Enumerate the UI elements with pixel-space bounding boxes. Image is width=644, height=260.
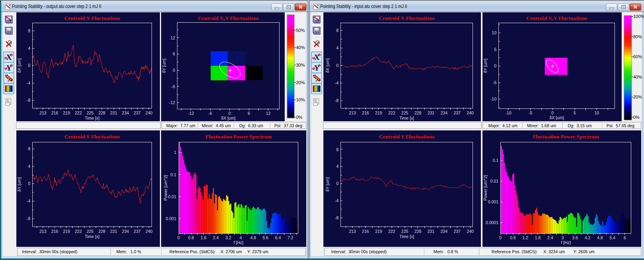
svg-text:0: 0 <box>28 63 30 68</box>
svg-text:δX [um]: δX [um] <box>549 115 564 120</box>
svg-text:216: 216 <box>51 110 58 115</box>
svg-text:Minor: 1.68 um: Minor: 1.68 um <box>527 123 556 128</box>
svg-text:Dg: 3.15 um: Dg: 3.15 um <box>568 123 592 128</box>
svg-text:Minor: 4.45 um: Minor: 4.45 um <box>202 123 231 128</box>
svg-text:228: 228 <box>98 229 106 234</box>
svg-text:5.4: 5.4 <box>609 235 615 240</box>
svg-text:231: 231 <box>110 229 117 234</box>
svg-text:0.0001: 0.0001 <box>486 220 498 225</box>
svg-text:Pointing Stability - output al: Pointing Stability - output alu cover st… <box>12 4 101 9</box>
svg-text:Dg: 6.33 um: Dg: 6.33 um <box>239 123 263 128</box>
svg-text:0.1: 0.1 <box>492 158 498 163</box>
svg-text:219: 219 <box>375 229 382 234</box>
svg-text:2.4: 2.4 <box>547 235 553 240</box>
svg-text:0: 0 <box>228 111 231 116</box>
svg-text:12: 12 <box>266 111 271 116</box>
svg-text:222: 222 <box>75 110 82 115</box>
svg-text:10: 10 <box>595 110 599 115</box>
svg-text:3.6: 3.6 <box>572 235 578 240</box>
svg-text:5.6: 5.6 <box>262 235 268 240</box>
svg-text:0.01: 0.01 <box>490 179 499 183</box>
svg-text:222: 222 <box>388 110 396 115</box>
svg-text:δX [um]: δX [um] <box>221 116 235 120</box>
svg-text:Time [s]: Time [s] <box>85 234 100 239</box>
svg-text:50%: 50% <box>296 28 305 33</box>
svg-text:8: 8 <box>28 28 30 33</box>
svg-text:-5: -5 <box>529 110 532 115</box>
svg-text:0.01: 0.01 <box>168 194 177 199</box>
svg-text:X: X <box>6 53 12 61</box>
svg-text:0.6: 0.6 <box>510 235 516 240</box>
svg-text:0: 0 <box>499 235 502 240</box>
svg-text:213: 213 <box>349 110 356 115</box>
svg-text:Centroid X,Y Fluctuations: Centroid X,Y Fluctuations <box>526 15 587 21</box>
svg-text:Y: 2605 um: Y: 2605 um <box>573 249 595 254</box>
svg-text:237: 237 <box>134 110 141 115</box>
svg-text:Power [um^2]: Power [um^2] <box>163 175 168 201</box>
svg-text:X: 2706 um: X: 2706 um <box>221 249 242 254</box>
svg-text:0: 0 <box>551 110 554 115</box>
svg-text:-5: -5 <box>493 80 496 85</box>
svg-text:Centroid X,Y Fluctuations: Centroid X,Y Fluctuations <box>198 15 259 21</box>
svg-text:8: 8 <box>336 147 339 152</box>
svg-text:Interval: 30min 00s (stopped): Interval: 30min 00s (stopped) <box>22 249 77 254</box>
svg-text:234: 234 <box>441 110 448 115</box>
svg-text:0: 0 <box>494 63 496 68</box>
svg-text:4: 4 <box>336 164 339 169</box>
svg-text:0%: 0% <box>296 115 303 120</box>
svg-text:216: 216 <box>362 229 369 234</box>
svg-text:0.1: 0.1 <box>170 172 176 177</box>
svg-text:225: 225 <box>87 110 94 115</box>
svg-text:228: 228 <box>414 110 421 115</box>
svg-text:-6: -6 <box>171 84 175 89</box>
svg-text:Pointing Stability - input alu: Pointing Stability - input alu cover ste… <box>320 4 407 9</box>
svg-text:X: 3234 um: X: 3234 um <box>544 249 565 254</box>
svg-text:12: 12 <box>170 35 175 40</box>
svg-text:δY [um]: δY [um] <box>17 177 22 191</box>
svg-text:δY [um]: δY [um] <box>161 59 166 73</box>
svg-text:Power [um^2]: Power [um^2] <box>483 175 488 201</box>
svg-text:-4: -4 <box>335 81 339 85</box>
svg-text:δX [um]: δX [um] <box>17 58 22 73</box>
svg-text:222: 222 <box>388 229 396 234</box>
svg-text:4.8: 4.8 <box>597 235 603 240</box>
svg-text:0: 0 <box>336 63 339 68</box>
svg-text:231: 231 <box>427 229 435 234</box>
svg-text:20%: 20% <box>633 95 642 99</box>
svg-text:237: 237 <box>134 229 141 234</box>
svg-text:10%: 10% <box>296 97 305 102</box>
svg-text:6.4: 6.4 <box>275 235 281 240</box>
svg-text:-10: -10 <box>490 97 496 101</box>
svg-text:-10: -10 <box>505 110 511 115</box>
svg-text:Fluctuation Power Spectrum: Fluctuation Power Spectrum <box>205 134 272 140</box>
svg-text:δX [um]: δX [um] <box>325 58 330 73</box>
svg-text:40%: 40% <box>296 45 305 50</box>
svg-text:Psi: 37.33 deg: Psi: 37.33 deg <box>274 123 302 128</box>
svg-text:6: 6 <box>173 51 175 56</box>
svg-text:-4: -4 <box>27 81 30 85</box>
svg-text:222: 222 <box>75 229 82 234</box>
svg-text:Time [s]: Time [s] <box>400 234 414 239</box>
svg-text:0: 0 <box>336 181 339 186</box>
svg-text:-12: -12 <box>188 111 194 116</box>
svg-text:8: 8 <box>28 146 30 151</box>
svg-text:234: 234 <box>441 229 448 234</box>
svg-text:0.001: 0.001 <box>166 216 176 221</box>
svg-text:Interval: 30min 00s (stopped): Interval: 30min 00s (stopped) <box>331 249 387 254</box>
svg-text:213: 213 <box>349 229 356 234</box>
svg-text:40%: 40% <box>633 75 642 79</box>
svg-text:237: 237 <box>454 229 461 234</box>
svg-text:5: 5 <box>573 110 576 115</box>
svg-text:3: 3 <box>561 235 564 240</box>
svg-text:219: 219 <box>63 110 70 115</box>
svg-text:Centroid Y Fluctuations: Centroid Y Fluctuations <box>64 134 120 140</box>
svg-text:225: 225 <box>87 229 94 234</box>
svg-text:Major: 7.77 um: Major: 7.77 um <box>166 123 195 128</box>
svg-text:Psi: 57.65 deg: Psi: 57.65 deg <box>607 123 634 128</box>
svg-text:4: 4 <box>240 235 242 240</box>
svg-text:240: 240 <box>146 110 153 115</box>
svg-text:Major: 4.12 um: Major: 4.12 um <box>488 123 518 128</box>
svg-text:0.001: 0.001 <box>488 199 498 204</box>
svg-text:228: 228 <box>414 229 421 234</box>
svg-text:240: 240 <box>467 229 474 234</box>
